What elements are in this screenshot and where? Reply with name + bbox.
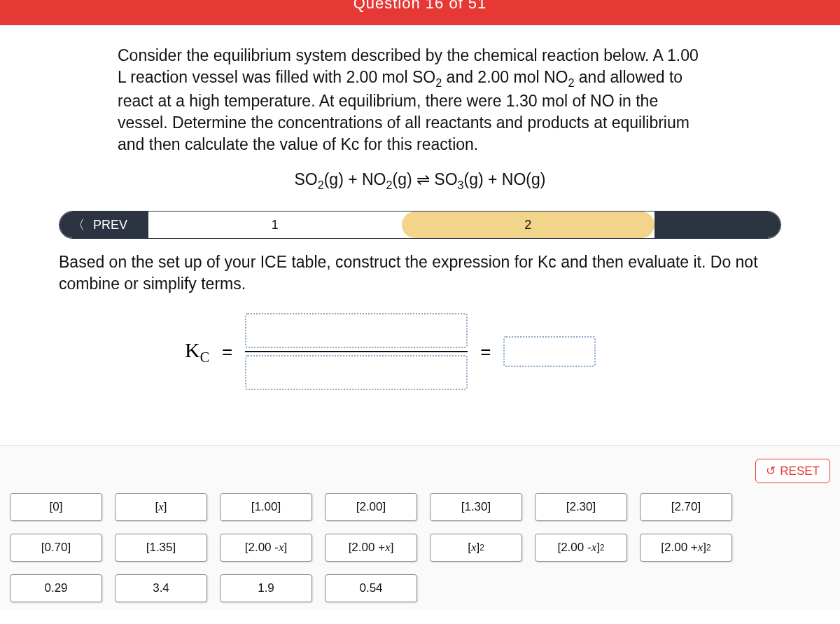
tile-6[interactable]: [2.70] — [640, 493, 732, 521]
equation: SO2(g) + NO2(g) ⇌ SO3(g) + NO(g) — [0, 170, 840, 192]
tile-5[interactable]: [2.30] — [535, 493, 627, 521]
tile-3[interactable]: [2.00] — [325, 493, 417, 521]
reset-label: RESET — [780, 464, 820, 478]
fraction — [245, 310, 468, 393]
step-1[interactable]: 1 — [148, 212, 401, 238]
chevron-left-icon: 〈 — [72, 216, 85, 233]
kc-expression: KC = = — [185, 310, 840, 393]
tile-0[interactable]: [0] — [10, 493, 102, 521]
tile-16[interactable]: 1.9 — [220, 574, 312, 602]
step-nav-end — [654, 212, 780, 238]
tile-4[interactable]: [1.30] — [430, 493, 522, 521]
numerator-slot[interactable] — [245, 313, 468, 348]
equals-sign-2: = — [480, 341, 491, 363]
reset-icon: ↺ — [766, 464, 776, 478]
question-text: Consider the equilibrium system describe… — [118, 45, 699, 156]
tile-14[interactable]: 0.29 — [10, 574, 102, 602]
tile-10[interactable]: [2.00 + x] — [325, 534, 417, 562]
result-slot[interactable] — [503, 336, 596, 367]
denominator-slot[interactable] — [245, 355, 468, 390]
sub-prompt: Based on the set up of your ICE table, c… — [59, 251, 781, 295]
reset-button[interactable]: ↺ RESET — [755, 459, 830, 483]
fraction-line — [245, 351, 468, 352]
tile-1[interactable]: [x] — [115, 493, 207, 521]
tile-15[interactable]: 3.4 — [115, 574, 207, 602]
tiles-area: ↺ RESET [0][x][1.00][2.00][1.30][2.30][2… — [0, 445, 840, 609]
tile-11[interactable]: [x]2 — [430, 534, 522, 562]
tile-13[interactable]: [2.00 + x]2 — [640, 534, 732, 562]
tile-9[interactable]: [2.00 - x] — [220, 534, 312, 562]
tiles-grid: [0][x][1.00][2.00][1.30][2.30][2.70][0.7… — [10, 493, 830, 602]
step-2[interactable]: 2 — [402, 212, 654, 238]
tile-7[interactable]: [0.70] — [10, 534, 102, 562]
tile-8[interactable]: [1.35] — [115, 534, 207, 562]
content: Consider the equilibrium system describe… — [0, 45, 840, 393]
equals-sign-1: = — [222, 341, 232, 363]
tile-2[interactable]: [1.00] — [220, 493, 312, 521]
prev-label: PREV — [93, 218, 127, 233]
step-nav: 〈 PREV 1 2 — [59, 211, 781, 239]
header-bar: Question 16 of 51 — [0, 0, 840, 25]
header-title: Question 16 of 51 — [354, 0, 487, 13]
tile-17[interactable]: 0.54 — [325, 574, 417, 602]
prev-button[interactable]: 〈 PREV — [59, 212, 148, 238]
tile-12[interactable]: [2.00 - x]2 — [535, 534, 627, 562]
kc-label: KC — [185, 338, 209, 366]
